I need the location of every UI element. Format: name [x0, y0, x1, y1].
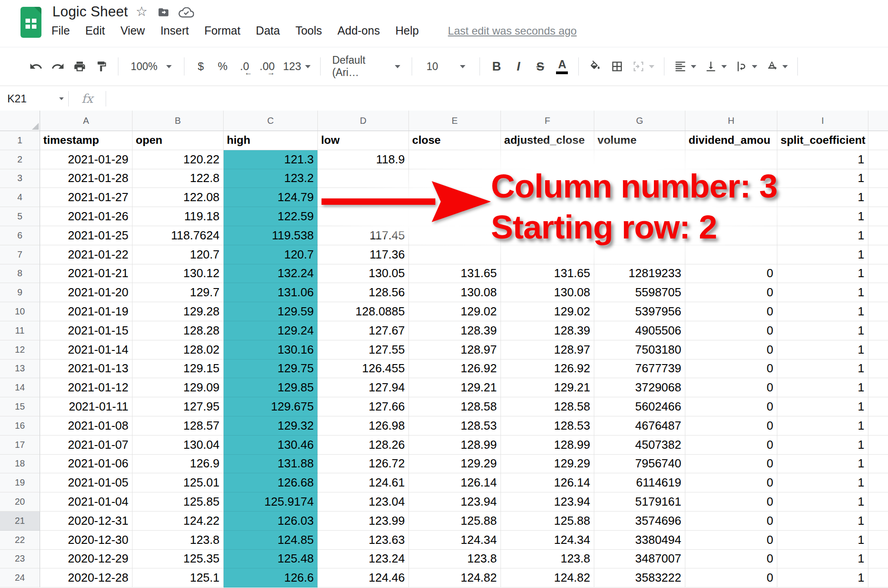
- cell-D6[interactable]: 117.45: [318, 226, 409, 245]
- menu-item-insert[interactable]: Insert: [160, 24, 189, 37]
- column-header-overflow[interactable]: [868, 111, 888, 131]
- cell-overflow-3[interactable]: [868, 169, 888, 188]
- cell-overflow-10[interactable]: [868, 302, 888, 321]
- row-header-2[interactable]: 2: [0, 150, 40, 169]
- cell-D23[interactable]: 123.24: [318, 550, 409, 569]
- cell-I9[interactable]: 1: [777, 283, 868, 302]
- cell-F15[interactable]: 128.58: [501, 397, 594, 416]
- cell-I14[interactable]: 1: [777, 378, 868, 397]
- cell-B19[interactable]: 125.01: [133, 473, 224, 492]
- cell-overflow-7[interactable]: [868, 245, 888, 264]
- cell-G11[interactable]: 4905506: [594, 321, 685, 340]
- cell-H19[interactable]: 0: [685, 473, 777, 492]
- select-all-corner[interactable]: [0, 111, 40, 131]
- cell-H16[interactable]: 0: [685, 416, 777, 436]
- cell-H14[interactable]: 0: [685, 378, 777, 397]
- cell-I24[interactable]: 1: [777, 568, 868, 588]
- column-header-I[interactable]: I: [777, 111, 868, 131]
- cell-A6[interactable]: 2021-01-25: [40, 226, 133, 245]
- cell-B15[interactable]: 127.95: [133, 397, 224, 416]
- cell-A15[interactable]: 2021-01-11: [40, 397, 133, 416]
- cell-F2[interactable]: [501, 150, 594, 169]
- cell-A5[interactable]: 2021-01-26: [40, 207, 133, 226]
- cell-F24[interactable]: 124.82: [501, 568, 594, 588]
- cell-overflow-16[interactable]: [868, 416, 888, 436]
- cell-C8[interactable]: 132.24: [224, 264, 318, 284]
- cell-A3[interactable]: 2021-01-28: [40, 169, 133, 188]
- cell-A1[interactable]: timestamp: [40, 131, 133, 150]
- cell-I23[interactable]: 1: [777, 550, 868, 569]
- cell-H13[interactable]: 0: [685, 360, 777, 379]
- cell-G12[interactable]: 7503180: [594, 340, 685, 360]
- row-header-20[interactable]: 20: [0, 492, 40, 512]
- cell-I7[interactable]: 1: [777, 245, 868, 264]
- text-color-button[interactable]: A: [555, 56, 569, 76]
- format-currency-button[interactable]: $: [194, 56, 208, 76]
- cell-D2[interactable]: 118.9: [318, 150, 409, 169]
- cell-C23[interactable]: 125.48: [224, 550, 318, 569]
- cell-overflow-1[interactable]: [868, 131, 888, 150]
- cell-A23[interactable]: 2020-12-29: [40, 550, 133, 569]
- print-button[interactable]: [73, 56, 87, 76]
- formula-input[interactable]: [106, 86, 888, 111]
- format-percent-button[interactable]: %: [216, 56, 230, 76]
- cell-A18[interactable]: 2021-01-06: [40, 455, 133, 474]
- cell-C16[interactable]: 129.32: [224, 416, 318, 436]
- cell-A21[interactable]: 2020-12-31: [40, 512, 133, 531]
- cell-B5[interactable]: 119.18: [133, 207, 224, 226]
- cell-overflow-11[interactable]: [868, 321, 888, 340]
- cell-C12[interactable]: 130.16: [224, 340, 318, 360]
- column-header-G[interactable]: G: [594, 111, 685, 131]
- cell-G13[interactable]: 7677739: [594, 360, 685, 379]
- cell-A2[interactable]: 2021-01-29: [40, 150, 133, 169]
- cell-F22[interactable]: 124.34: [501, 531, 594, 550]
- cell-H24[interactable]: 0: [685, 568, 777, 588]
- cell-D10[interactable]: 128.0885: [318, 302, 409, 321]
- cell-B1[interactable]: open: [133, 131, 224, 150]
- name-box[interactable]: K21: [0, 86, 68, 111]
- star-icon[interactable]: ☆: [136, 4, 148, 19]
- cell-E6[interactable]: [409, 226, 501, 245]
- cell-E18[interactable]: 129.29: [409, 455, 501, 474]
- cell-F19[interactable]: 126.14: [501, 473, 594, 492]
- cell-D1[interactable]: low: [318, 131, 409, 150]
- row-header-24[interactable]: 24: [0, 568, 40, 588]
- cell-G20[interactable]: 5179161: [594, 492, 685, 512]
- cell-F8[interactable]: 131.65: [501, 264, 594, 284]
- cell-I3[interactable]: 1: [777, 169, 868, 188]
- cell-G24[interactable]: 3583222: [594, 568, 685, 588]
- menu-item-view[interactable]: View: [120, 24, 145, 37]
- cell-H17[interactable]: 0: [685, 436, 777, 455]
- cell-H1[interactable]: dividend_amou: [685, 131, 777, 150]
- cell-G16[interactable]: 4676487: [594, 416, 685, 436]
- cell-B2[interactable]: 120.22: [133, 150, 224, 169]
- cell-C9[interactable]: 131.06: [224, 283, 318, 302]
- number-format-menu[interactable]: 123: [283, 56, 311, 76]
- cell-B22[interactable]: 123.8: [133, 531, 224, 550]
- column-header-C[interactable]: C: [224, 111, 318, 131]
- cell-H10[interactable]: 0: [685, 302, 777, 321]
- cell-I20[interactable]: 1: [777, 492, 868, 512]
- cell-A13[interactable]: 2021-01-13: [40, 360, 133, 379]
- cell-A10[interactable]: 2021-01-19: [40, 302, 133, 321]
- cell-B18[interactable]: 126.9: [133, 455, 224, 474]
- cell-overflow-14[interactable]: [868, 378, 888, 397]
- cell-F9[interactable]: 130.08: [501, 283, 594, 302]
- cell-H21[interactable]: 0: [685, 512, 777, 531]
- cell-D9[interactable]: 128.56: [318, 283, 409, 302]
- cell-B14[interactable]: 129.09: [133, 378, 224, 397]
- cell-I13[interactable]: 1: [777, 360, 868, 379]
- cell-G15[interactable]: 5602466: [594, 397, 685, 416]
- cell-B9[interactable]: 129.7: [133, 283, 224, 302]
- cell-B21[interactable]: 124.22: [133, 512, 224, 531]
- text-rotation-button[interactable]: [766, 56, 788, 76]
- cell-F7[interactable]: [501, 245, 594, 264]
- cell-I1[interactable]: split_coefficient: [777, 131, 868, 150]
- cell-E10[interactable]: 129.02: [409, 302, 501, 321]
- cell-D13[interactable]: 126.455: [318, 360, 409, 379]
- cell-overflow-24[interactable]: [868, 568, 888, 588]
- cell-I6[interactable]: 1: [777, 226, 868, 245]
- last-edit-link[interactable]: Last edit was seconds ago: [448, 25, 577, 37]
- row-header-17[interactable]: 17: [0, 436, 40, 455]
- cell-E21[interactable]: 125.88: [409, 512, 501, 531]
